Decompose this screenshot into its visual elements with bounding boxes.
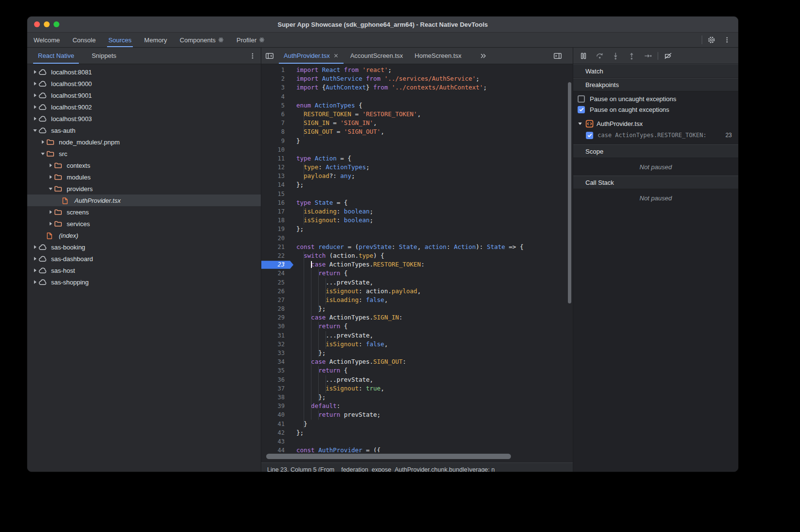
chevron-right-icon[interactable] (31, 105, 38, 109)
editor-vertical-scrollbar[interactable] (568, 82, 571, 303)
step-out-icon[interactable] (625, 50, 638, 62)
code-line-25[interactable]: 25 ...prevState, (261, 278, 573, 287)
code-line-41[interactable]: 41 } (261, 420, 573, 428)
line-number[interactable]: 18 (261, 216, 291, 225)
line-number[interactable]: 8 (261, 127, 291, 136)
line-number[interactable]: 13 (261, 172, 291, 180)
scope-section-header[interactable]: Scope (573, 144, 738, 158)
tree-item-sas-dashboard[interactable]: sas-dashboard (27, 253, 261, 265)
chevron-right-icon[interactable] (47, 221, 54, 226)
code-line-6[interactable]: 6 RESTORE_TOKEN = 'RESTORE_TOKEN', (261, 110, 573, 119)
code-line-44[interactable]: 44const AuthProvider = ({ (261, 446, 573, 452)
chevron-right-icon[interactable] (47, 210, 54, 214)
code-line-8[interactable]: 8 SIGN_OUT = 'SIGN_OUT', (261, 127, 573, 136)
tree-item-authprovider-tsx[interactable]: AuthProvider.tsx (27, 195, 261, 206)
deactivate-breakpoints-icon[interactable] (662, 50, 674, 62)
line-number[interactable]: 2 (261, 74, 291, 83)
chevron-right-icon[interactable] (31, 280, 38, 284)
code-line-13[interactable]: 13 payload?: any; (261, 172, 573, 180)
line-number[interactable]: 21 (261, 243, 291, 251)
chevron-right-icon[interactable] (31, 256, 38, 261)
checkbox-checked[interactable] (578, 106, 585, 113)
pause-icon[interactable] (577, 50, 590, 62)
line-number[interactable]: 42 (261, 428, 291, 437)
code-line-20[interactable]: 20 (261, 234, 573, 243)
line-number[interactable]: 11 (261, 154, 291, 163)
line-number[interactable]: 31 (261, 331, 291, 340)
tree-item-sas-auth[interactable]: sas-auth (27, 124, 261, 136)
code-line-14[interactable]: 14}; (261, 180, 573, 189)
line-number[interactable]: 28 (261, 304, 291, 313)
code-line-15[interactable]: 15 (261, 190, 573, 198)
code-line-22[interactable]: 22 switch (action.type) { (261, 251, 573, 260)
line-number[interactable]: 12 (261, 163, 291, 172)
tree-item-sas-booking[interactable]: sas-booking (27, 241, 261, 253)
line-number[interactable]: 9 (261, 137, 291, 145)
tab-console[interactable]: Console (66, 33, 102, 47)
line-number[interactable]: 40 (261, 410, 291, 419)
line-number[interactable]: 36 (261, 375, 291, 384)
line-number[interactable]: 25 (261, 278, 291, 287)
chevron-right-icon[interactable] (31, 245, 38, 249)
chevron-right-icon[interactable] (47, 175, 54, 179)
code-line-37[interactable]: 37 isSignout: true, (261, 384, 573, 393)
code-line-24[interactable]: 24 return { (261, 269, 573, 278)
chevron-down-icon[interactable] (31, 128, 38, 133)
editor-tab-homescreen-tsx[interactable]: HomeScreen.tsx (409, 48, 467, 64)
code-line-26[interactable]: 26 isSignout: action.payload, (261, 287, 573, 296)
line-number[interactable]: 4 (261, 92, 291, 101)
line-number[interactable]: 10 (261, 145, 291, 154)
code-line-4[interactable]: 4 (261, 92, 573, 101)
code-line-38[interactable]: 38 }; (261, 393, 573, 402)
line-number[interactable]: 6 (261, 110, 291, 119)
chevron-right-icon[interactable] (31, 93, 38, 98)
tree-item-screens[interactable]: screens (27, 206, 261, 218)
chevron-down-icon[interactable] (47, 186, 54, 191)
code-line-9[interactable]: 9} (261, 137, 573, 145)
code-line-29[interactable]: 29 case ActionTypes.SIGN_IN: (261, 313, 573, 322)
zoom-window-button[interactable] (54, 21, 59, 27)
code-line-32[interactable]: 32 isSignout: false, (261, 340, 573, 349)
tree-item-localhost-9000[interactable]: localhost:9000 (27, 78, 261, 89)
tree-item-src[interactable]: src (27, 148, 261, 160)
tab-sources[interactable]: Sources (102, 33, 138, 47)
tree-item-modules[interactable]: modules (27, 171, 261, 183)
step-into-icon[interactable] (609, 50, 622, 62)
navigator-tab-snippets[interactable]: Snippets (85, 48, 123, 64)
line-number[interactable]: 27 (261, 296, 291, 304)
chevron-right-icon[interactable] (31, 70, 38, 74)
code-line-16[interactable]: 16type State = { (261, 198, 573, 207)
minimize-window-button[interactable] (44, 21, 50, 27)
tree-item-localhost-9003[interactable]: localhost:9003 (27, 113, 261, 124)
code-editor[interactable]: 1import React from 'react';2import AuthS… (261, 64, 573, 452)
chevron-right-icon[interactable] (31, 268, 38, 273)
code-line-36[interactable]: 36 ...prevState, (261, 375, 573, 384)
navigator-tab-react-native[interactable]: React Native (31, 48, 81, 64)
line-number[interactable]: 20 (261, 234, 291, 243)
code-line-11[interactable]: 11type Action = { (261, 154, 573, 163)
code-line-35[interactable]: 35 return { (261, 366, 573, 375)
navigator-kebab-icon[interactable] (246, 50, 259, 62)
chevron-right-icon[interactable] (47, 163, 54, 168)
bundle-link[interactable]: __federation_expose_AuthProvider.chunk.b… (334, 466, 467, 473)
code-line-3[interactable]: 3import {AuthContext} from '../contexts/… (261, 83, 573, 92)
step-icon[interactable] (641, 50, 654, 62)
close-tab-icon[interactable] (333, 53, 339, 58)
code-line-30[interactable]: 30 return { (261, 322, 573, 331)
checkbox-row-pause-on-uncaught-exceptions[interactable]: Pause on uncaught exceptions (573, 93, 738, 104)
line-number[interactable]: 7 (261, 119, 291, 127)
line-number[interactable]: 37 (261, 384, 291, 393)
line-number[interactable]: 41 (261, 420, 291, 428)
code-line-23[interactable]: 23 case ActionTypes.RESTORE_TOKEN: (261, 260, 573, 269)
code-line-31[interactable]: 31 ...prevState, (261, 331, 573, 340)
code-line-43[interactable]: 43 (261, 437, 573, 446)
editor-tab-authprovider-tsx[interactable]: AuthProvider.tsx (278, 48, 345, 64)
breakpoint-marker[interactable]: 23 (261, 261, 293, 269)
code-line-34[interactable]: 34 case ActionTypes.SIGN_OUT: (261, 357, 573, 366)
checkbox-row-pause-on-caught-exceptions[interactable]: Pause on caught exceptions (573, 104, 738, 115)
tree-item-node-modules-pnpm[interactable]: node_modules/.pnpm (27, 136, 261, 148)
line-number[interactable]: 30 (261, 322, 291, 331)
line-number[interactable]: 5 (261, 101, 291, 110)
toggle-debugger-sidebar-icon[interactable] (551, 50, 564, 62)
line-number[interactable]: 19 (261, 225, 291, 233)
